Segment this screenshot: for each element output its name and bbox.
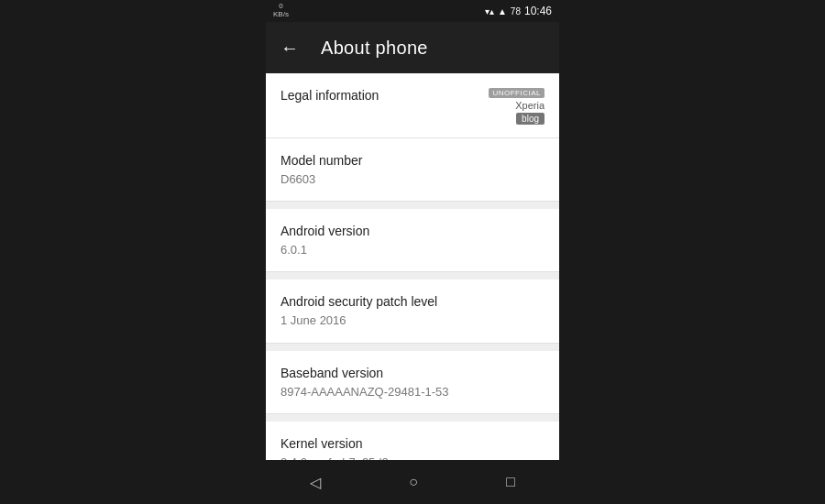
divider-4	[266, 414, 559, 422]
status-bar: 0 KB/s ▾▴ ▲ 78 10:46	[266, 0, 559, 22]
blog-badge: blog	[516, 113, 544, 125]
signal-icon: ▲	[498, 6, 507, 16]
divider-3	[266, 344, 559, 351]
model-number-label: Model number	[280, 153, 544, 168]
baseband-row[interactable]: Baseband version 8974-AAAAANAZQ-29481-1-…	[266, 351, 559, 414]
phone-frame: 0 KB/s ▾▴ ▲ 78 10:46 ← About phone Legal…	[266, 0, 559, 504]
android-version-label: Android version	[280, 224, 544, 238]
security-patch-value: 1 June 2016	[280, 312, 544, 329]
kernel-value: 3.4.0-perf-gb7e25d2hudsonslave@seldlx220…	[280, 455, 544, 460]
kernel-row[interactable]: Kernel version 3.4.0-perf-gb7e25d2hudson…	[266, 422, 559, 460]
android-version-row[interactable]: Android version 6.0.1	[266, 209, 559, 272]
legal-info-row[interactable]: Legal information UNOFFICIAL Xperia blog	[266, 73, 559, 138]
back-button[interactable]: ←	[280, 38, 299, 59]
baseband-label: Baseband version	[280, 366, 544, 380]
model-number-value: D6603	[280, 171, 544, 188]
wifi-icon: ▾▴	[485, 6, 494, 16]
model-number-row[interactable]: Model number D6603	[266, 138, 559, 202]
recent-nav-button[interactable]: □	[488, 466, 534, 498]
top-bar: ← About phone	[266, 22, 559, 73]
divider-1	[266, 202, 559, 209]
bottom-nav: ◁ ○ □	[266, 460, 559, 504]
data-speed: 0 KB/s	[273, 3, 289, 19]
kernel-label: Kernel version	[280, 436, 544, 451]
battery-icon: 78	[511, 6, 521, 16]
status-icons: ▾▴ ▲ 78 10:46	[485, 5, 552, 17]
time-display: 10:46	[524, 5, 552, 17]
back-nav-button[interactable]: ◁	[292, 466, 339, 499]
badges-container: UNOFFICIAL Xperia blog	[489, 88, 544, 125]
security-patch-label: Android security patch level	[280, 294, 544, 309]
content-area: Legal information UNOFFICIAL Xperia blog…	[266, 73, 559, 460]
android-version-value: 6.0.1	[280, 242, 544, 258]
baseband-value: 8974-AAAAANAZQ-29481-1-53	[280, 384, 544, 400]
page-title: About phone	[321, 38, 428, 59]
security-patch-row[interactable]: Android security patch level 1 June 2016	[266, 279, 559, 343]
legal-info-label: Legal information	[280, 88, 379, 103]
xperia-badge: Xperia	[515, 100, 544, 111]
unofficial-badge: UNOFFICIAL	[489, 88, 544, 98]
divider-2	[266, 272, 559, 279]
home-nav-button[interactable]: ○	[390, 466, 436, 498]
